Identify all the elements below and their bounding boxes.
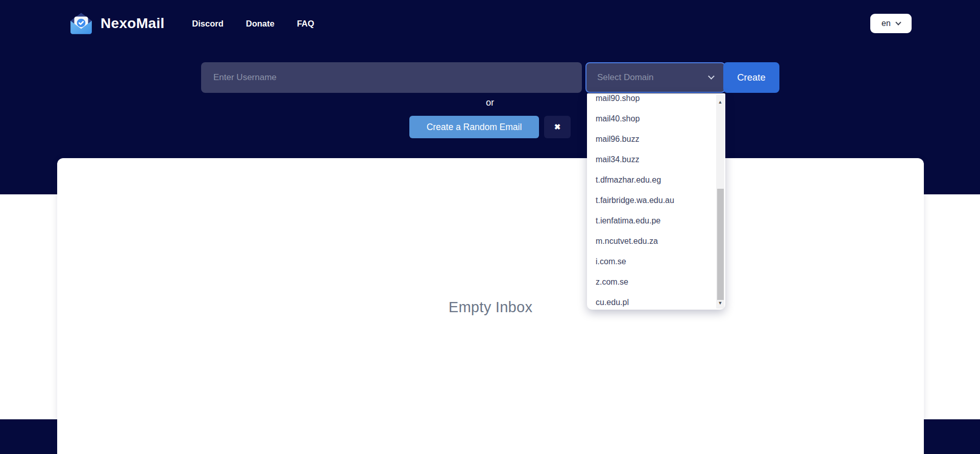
inbox-card: Empty Inbox	[57, 158, 924, 454]
main-nav: Discord Donate FAQ	[192, 19, 314, 29]
random-email-row: Create a Random Email ✖	[0, 116, 980, 138]
domain-select-placeholder: Select Domain	[597, 72, 654, 83]
nav-link-donate[interactable]: Donate	[246, 19, 275, 29]
or-separator: or	[0, 97, 980, 108]
domain-option[interactable]: t.fairbridge.wa.edu.au	[587, 190, 725, 211]
create-random-email-button[interactable]: Create a Random Email	[409, 116, 539, 138]
chevron-down-icon	[708, 73, 715, 80]
envelope-logo-icon	[68, 11, 94, 36]
domain-option[interactable]: mail96.buzz	[587, 129, 725, 149]
domain-option[interactable]: cu.edu.pl	[587, 292, 725, 310]
domain-option[interactable]: m.ncutvet.edu.za	[587, 231, 725, 251]
language-value: en	[881, 19, 891, 28]
language-selector[interactable]: en	[870, 14, 912, 33]
scroll-down-icon[interactable]: ▼	[716, 299, 724, 307]
scrollbar-thumb[interactable]	[717, 189, 724, 300]
domain-option[interactable]: mail90.shop	[587, 93, 725, 109]
domain-option-list: mail90.shopmail40.shopmail96.buzzmail34.…	[587, 93, 725, 310]
domain-option[interactable]: mail40.shop	[587, 109, 725, 129]
brand-logo[interactable]: NexoMail	[68, 11, 164, 36]
close-icon: ✖	[554, 122, 561, 131]
scroll-up-icon[interactable]: ▲	[716, 98, 724, 106]
empty-inbox-message: Empty Inbox	[57, 299, 924, 316]
page: NexoMail Discord Donate FAQ en Select Do…	[0, 0, 980, 454]
domain-select[interactable]: Select Domain	[585, 62, 725, 93]
domain-option[interactable]: t.dfmazhar.edu.eg	[587, 170, 725, 190]
brand-name: NexoMail	[101, 15, 164, 32]
domain-option[interactable]: z.com.se	[587, 272, 725, 292]
header: NexoMail Discord Donate FAQ en	[0, 0, 980, 44]
chevron-down-icon	[895, 19, 901, 25]
username-input[interactable]	[201, 62, 582, 93]
create-email-form: Select Domain Create	[201, 62, 779, 93]
domain-option[interactable]: t.ienfatima.edu.pe	[587, 211, 725, 231]
close-button[interactable]: ✖	[544, 116, 571, 138]
nav-link-faq[interactable]: FAQ	[297, 19, 314, 29]
nav-link-discord[interactable]: Discord	[192, 19, 223, 29]
domain-option[interactable]: mail34.buzz	[587, 149, 725, 170]
domain-option[interactable]: i.com.se	[587, 251, 725, 272]
create-button[interactable]: Create	[723, 62, 779, 93]
domain-dropdown-panel: mail90.shopmail40.shopmail96.buzzmail34.…	[587, 93, 725, 310]
